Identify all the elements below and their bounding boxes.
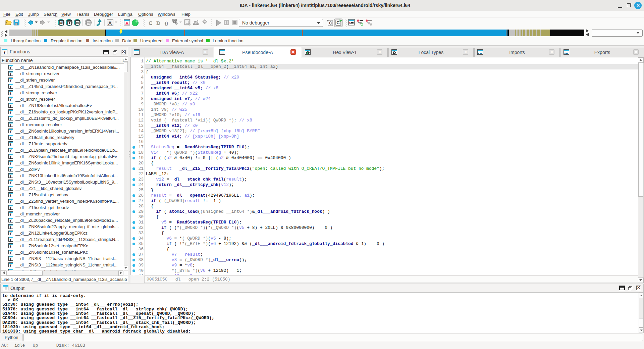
svg-text:T: T — [68, 20, 71, 25]
svg-text:C: C — [336, 20, 340, 25]
svg-text:#: # — [60, 20, 63, 25]
svg-text:A: A — [108, 20, 112, 26]
svg-text:C: C — [329, 21, 332, 26]
svg-text:D: D — [157, 20, 160, 26]
svg-text:{}: {} — [165, 21, 168, 26]
svg-text:No debugger: No debugger — [242, 20, 269, 26]
svg-text:C: C — [149, 20, 153, 26]
svg-text:NOW: NOW — [76, 22, 80, 24]
